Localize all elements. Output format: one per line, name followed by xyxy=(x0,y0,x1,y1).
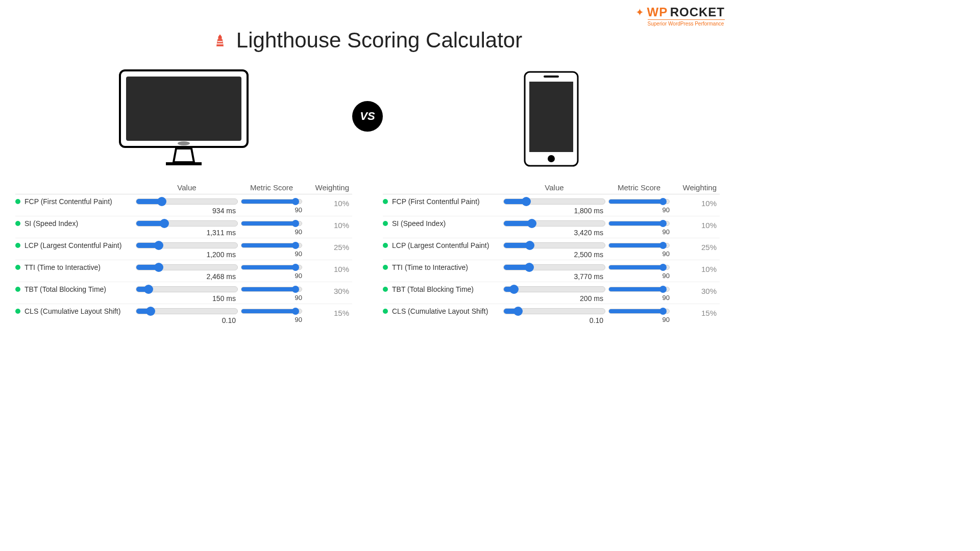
metric-label: TBT (Total Blocking Time) xyxy=(15,285,133,293)
value-slider[interactable] xyxy=(503,220,605,227)
metric-label: CLS (Cumulative Layout Shift) xyxy=(383,307,500,315)
slider-thumb[interactable] xyxy=(659,264,667,271)
svg-rect-2 xyxy=(217,43,223,44)
value-slider[interactable] xyxy=(136,264,238,270)
svg-point-5 xyxy=(178,141,190,145)
score-slider[interactable] xyxy=(608,287,670,292)
slider-thumb[interactable] xyxy=(157,197,166,206)
score-text: 90 xyxy=(663,294,670,302)
metric-label: LCP (Largest Contentful Paint) xyxy=(15,241,133,249)
value-slider[interactable] xyxy=(136,242,238,248)
value-cell: 3,420 ms xyxy=(503,219,605,237)
value-slider[interactable] xyxy=(503,286,605,292)
slider-thumb[interactable] xyxy=(659,308,667,315)
metric-label: TBT (Total Blocking Time) xyxy=(383,285,500,293)
value-slider[interactable] xyxy=(503,264,605,270)
weight-text: 10% xyxy=(673,219,719,230)
slider-thumb[interactable] xyxy=(659,286,667,293)
status-dot-icon xyxy=(15,243,20,248)
svg-rect-9 xyxy=(544,76,559,78)
status-dot-icon xyxy=(15,221,20,226)
metric-label: SI (Speed Index) xyxy=(383,219,500,228)
metric-row: FCP (First Contentful Paint)1,800 ms9010… xyxy=(383,194,720,216)
value-slider[interactable] xyxy=(503,308,605,314)
slider-thumb[interactable] xyxy=(154,241,163,250)
slider-thumb[interactable] xyxy=(513,307,523,316)
slider-thumb[interactable] xyxy=(160,219,169,228)
score-text: 90 xyxy=(295,294,302,302)
metric-label: TTI (Time to Interactive) xyxy=(383,263,500,271)
slider-thumb[interactable] xyxy=(659,242,667,249)
weight-text: 15% xyxy=(305,307,351,317)
table-headers: Value Metric Score Weighting xyxy=(383,181,720,194)
score-text: 90 xyxy=(295,316,302,323)
weight-text: 25% xyxy=(673,241,719,252)
status-dot-icon xyxy=(15,265,20,270)
metric-label-text: LCP (Largest Contentful Paint) xyxy=(24,241,121,249)
value-slider[interactable] xyxy=(136,286,238,292)
value-slider[interactable] xyxy=(136,308,238,314)
svg-rect-1 xyxy=(217,41,222,42)
value-text: 1,311 ms xyxy=(136,229,238,237)
value-cell: 1,311 ms xyxy=(136,219,238,237)
value-slider[interactable] xyxy=(503,242,605,248)
header-weight: Weighting xyxy=(673,183,719,192)
metric-row: CLS (Cumulative Layout Shift)0.109015% xyxy=(383,304,720,325)
weight-text: 10% xyxy=(673,263,719,273)
score-cell: 90 xyxy=(608,285,670,302)
slider-thumb[interactable] xyxy=(525,241,534,250)
value-slider[interactable] xyxy=(136,220,238,227)
header-score: Metric Score xyxy=(608,183,670,192)
score-slider[interactable] xyxy=(241,309,302,314)
metric-row: LCP (Largest Contentful Paint)1,200 ms90… xyxy=(15,238,352,260)
value-text: 200 ms xyxy=(503,294,605,303)
value-slider[interactable] xyxy=(503,198,605,205)
score-slider[interactable] xyxy=(241,243,302,248)
weight-text: 10% xyxy=(673,197,719,208)
metric-label: CLS (Cumulative Layout Shift) xyxy=(15,307,133,315)
weight-text: 30% xyxy=(305,285,351,295)
score-cell: 90 xyxy=(608,219,670,236)
value-text: 0.10 xyxy=(503,316,605,324)
value-cell: 0.10 xyxy=(503,307,605,324)
slider-thumb[interactable] xyxy=(144,285,153,294)
score-text: 90 xyxy=(663,250,670,258)
metric-label-text: FCP (First Contentful Paint) xyxy=(392,197,480,206)
slider-thumb[interactable] xyxy=(146,307,155,316)
logo-text-rocket: ROCKET xyxy=(670,5,725,19)
rocket-icon: ✦ xyxy=(635,7,644,17)
slider-thumb[interactable] xyxy=(525,263,534,272)
score-slider[interactable] xyxy=(608,265,670,270)
score-cell: 90 xyxy=(241,307,302,323)
value-cell: 1,800 ms xyxy=(503,197,605,215)
score-slider[interactable] xyxy=(241,265,302,270)
score-slider[interactable] xyxy=(608,243,670,248)
score-slider[interactable] xyxy=(241,221,302,226)
score-slider[interactable] xyxy=(608,221,670,226)
value-cell: 0.10 xyxy=(136,307,238,324)
slider-thumb[interactable] xyxy=(522,197,531,206)
value-slider[interactable] xyxy=(136,198,238,205)
score-slider[interactable] xyxy=(608,199,670,204)
slider-thumb[interactable] xyxy=(292,308,299,315)
score-cell: 90 xyxy=(608,197,670,214)
slider-thumb[interactable] xyxy=(292,220,299,227)
metric-row: SI (Speed Index)3,420 ms9010% xyxy=(383,216,720,238)
slider-thumb[interactable] xyxy=(292,198,299,205)
slider-thumb[interactable] xyxy=(509,285,519,294)
slider-thumb[interactable] xyxy=(292,264,299,271)
metric-label-text: SI (Speed Index) xyxy=(24,219,78,228)
slider-thumb[interactable] xyxy=(659,220,667,227)
metric-row: FCP (First Contentful Paint)934 ms9010% xyxy=(15,194,352,216)
brand-logo: ✦ WP ROCKET Superior WordPress Performan… xyxy=(635,5,725,27)
value-text: 3,770 ms xyxy=(503,272,605,281)
score-slider[interactable] xyxy=(608,309,670,314)
page-title-row: Lighthouse Scoring Calculator xyxy=(0,28,735,53)
slider-thumb[interactable] xyxy=(292,242,299,249)
score-slider[interactable] xyxy=(241,199,302,204)
score-slider[interactable] xyxy=(241,287,302,292)
slider-thumb[interactable] xyxy=(154,263,163,272)
slider-thumb[interactable] xyxy=(292,286,299,293)
slider-thumb[interactable] xyxy=(659,198,667,205)
slider-thumb[interactable] xyxy=(527,219,536,228)
